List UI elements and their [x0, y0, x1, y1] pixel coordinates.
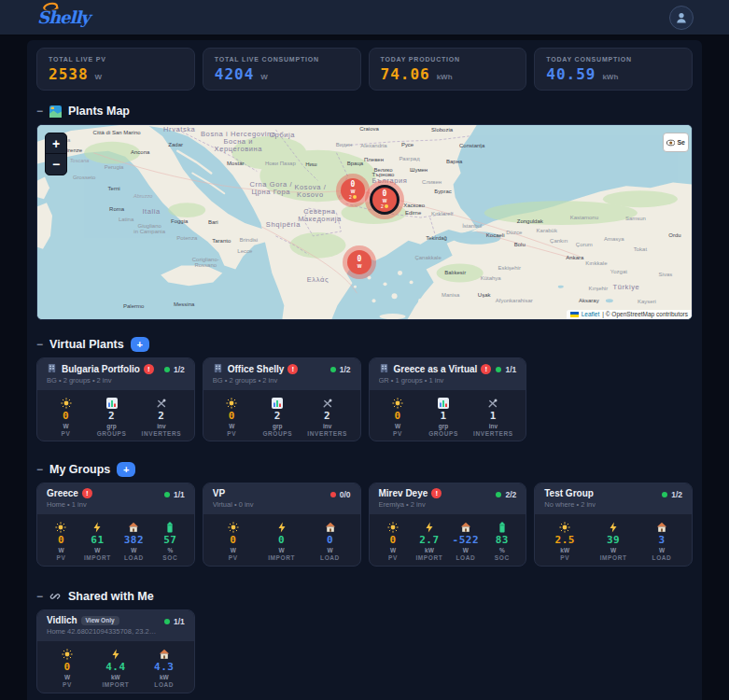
stat-unit: kW — [560, 547, 569, 553]
map-label: in Campania — [133, 229, 165, 234]
card-title: Mirev Deye — [379, 488, 428, 498]
card-title: Bulgaria Portfolio — [62, 364, 140, 374]
alert-badge[interactable]: ! — [144, 364, 154, 374]
card-subtitle: BG • 2 groups • 2 inv — [213, 376, 299, 385]
stat-inverters: 1invINVERTERS — [473, 398, 513, 437]
stat-inverters: 2invINVERTERS — [307, 398, 347, 437]
map-label: Città di San Marino — [93, 130, 142, 135]
stat-pv: 0WPV — [217, 522, 249, 561]
stat-inverters: 2invINVERTERS — [142, 398, 182, 437]
sun-icon — [62, 649, 73, 660]
stat-pv: 0WPV — [382, 398, 414, 437]
stat-unit: grp — [439, 423, 448, 429]
map-label: Mostar — [227, 161, 244, 166]
sun-dot-icon — [385, 204, 388, 208]
alert-badge[interactable]: ! — [431, 488, 442, 498]
online-status: 2/2 — [496, 490, 516, 499]
map-label: Taranto — [212, 238, 231, 244]
plant-cluster-marker[interactable]: 0W2 — [370, 185, 400, 215]
add-group-button[interactable]: + — [117, 462, 135, 477]
stat-label: TOTAL LIVE PV — [49, 56, 183, 63]
card-title: Test Group — [544, 488, 594, 498]
plant-card[interactable]: Mirev Deye!Eremiya • 2 inv2/20WPV2.7kWIM… — [369, 483, 527, 567]
map-label: Palermo — [123, 303, 145, 309]
collapse-toggle[interactable]: − — [36, 340, 43, 349]
map-label: Alexandria — [360, 143, 387, 148]
zoom-out-button[interactable]: − — [46, 154, 66, 175]
status-count: 1/1 — [174, 617, 185, 626]
stat-label: PV — [393, 430, 402, 437]
map-layers-toggle[interactable]: Se — [663, 133, 689, 152]
stat-unit: W — [229, 423, 234, 429]
stat-label: IMPORT — [600, 554, 627, 561]
map-label: Ελλάς — [307, 275, 329, 284]
stat-pv: 0WPV — [45, 522, 77, 561]
collapse-toggle[interactable]: − — [36, 106, 43, 116]
stat-label: LOAD — [652, 554, 672, 561]
alert-badge[interactable]: ! — [82, 488, 92, 498]
plant-card[interactable]: VidlichView OnlyHome 42.68021094335708, … — [36, 609, 195, 693]
plant-card[interactable]: Office Shelly!BG • 2 groups • 2 inv1/20W… — [203, 357, 361, 441]
plant-card[interactable]: Bulgaria Portfolio!BG • 2 groups • 2 inv… — [36, 357, 195, 441]
map-label: Brindisi — [239, 237, 258, 243]
online-status: 0/0 — [330, 490, 351, 499]
add-virtual-plant-button[interactable]: + — [131, 337, 149, 352]
card-header: VidlichView OnlyHome 42.68021094335708, … — [37, 610, 194, 641]
stat-value: 2 — [274, 410, 281, 422]
map-label: Italia — [142, 207, 161, 216]
map-label: Craiova — [359, 126, 379, 132]
map-label: Afyonkarahisar — [496, 298, 533, 303]
stat-unit: kWh — [437, 73, 453, 81]
map-zoom-control: + − — [45, 133, 67, 175]
plant-card[interactable]: Greece as a Virtual!GR • 1 groups • 1 in… — [369, 357, 527, 441]
map-label: Bari — [208, 219, 218, 225]
alert-badge[interactable]: ! — [287, 364, 298, 374]
card-stats: 0WPV2grpGROUPS2invINVERTERS — [37, 390, 194, 441]
shared-grid: VidlichView OnlyHome 42.68021094335708, … — [36, 609, 693, 693]
stat-label: PV — [57, 554, 66, 561]
stat-unit: W — [231, 547, 236, 553]
stat-value: 0 — [58, 534, 64, 546]
stat-label: PV — [227, 430, 236, 437]
virtual-plants-grid: Bulgaria Portfolio!BG • 2 groups • 2 inv… — [36, 357, 693, 441]
alert-badge[interactable]: ! — [481, 364, 491, 374]
marker-power-value: 0 — [383, 190, 387, 198]
stat-unit: W — [463, 547, 469, 553]
my-groups-grid: Greece!Home • 1 inv1/10WPV61WIMPORT382WL… — [36, 483, 693, 567]
sun-dot-icon — [353, 195, 357, 199]
stat-groups: 2grpGROUPS — [261, 398, 293, 437]
stat-unit: W — [327, 547, 332, 553]
map-label: Uşak — [478, 292, 491, 298]
leaflet-link[interactable]: Leaflet — [582, 311, 600, 317]
card-title: Office Shelly — [228, 364, 285, 374]
map-label: Kırşehir — [589, 286, 609, 291]
stat-soc: 57%SOC — [154, 522, 186, 561]
stat-unit: inv — [323, 423, 331, 429]
osm-attribution[interactable]: | © OpenStreetMap contributors — [602, 311, 688, 317]
map-label: Çorum — [576, 242, 593, 247]
zoom-in-button[interactable]: + — [46, 133, 66, 154]
virtual-plants-header: − Virtual Plants + — [36, 337, 693, 352]
user-avatar-button[interactable] — [669, 6, 694, 30]
plant-card[interactable]: Test GroupNo where • 2 inv1/22.5kWPV39WI… — [534, 483, 693, 567]
plants-map[interactable]: Città di San MarinoHrvatskaBosna i Herce… — [36, 124, 693, 320]
collapse-toggle[interactable]: − — [36, 465, 43, 474]
plant-cluster-marker[interactable]: 0W2 — [341, 178, 365, 203]
shelly-logo[interactable]: Shelly — [37, 7, 90, 27]
tools-icon — [322, 398, 333, 409]
stat-value: 4.3 — [154, 661, 174, 673]
collapse-toggle[interactable]: − — [36, 592, 43, 601]
stat-unit: kW — [425, 547, 434, 553]
map-label: Ankara — [566, 255, 584, 260]
section-title: Plants Map — [68, 105, 130, 118]
map-label: Manisa — [442, 292, 460, 298]
card-stats: 0WPV2grpGROUPS2invINVERTERS — [203, 390, 360, 441]
status-count: 1/2 — [671, 490, 682, 499]
stat-unit: grp — [106, 423, 116, 429]
tools-icon — [487, 398, 498, 409]
plant-cluster-marker[interactable]: 0W — [347, 250, 372, 274]
plant-card[interactable]: VPVirtual • 0 inv0/00WPV0WIMPORT0WLOAD — [203, 483, 361, 567]
plant-card[interactable]: Greece!Home • 1 inv1/10WPV61WIMPORT382WL… — [36, 483, 195, 567]
bolt-icon — [276, 522, 287, 533]
stat-value: 2.5 — [555, 534, 575, 546]
